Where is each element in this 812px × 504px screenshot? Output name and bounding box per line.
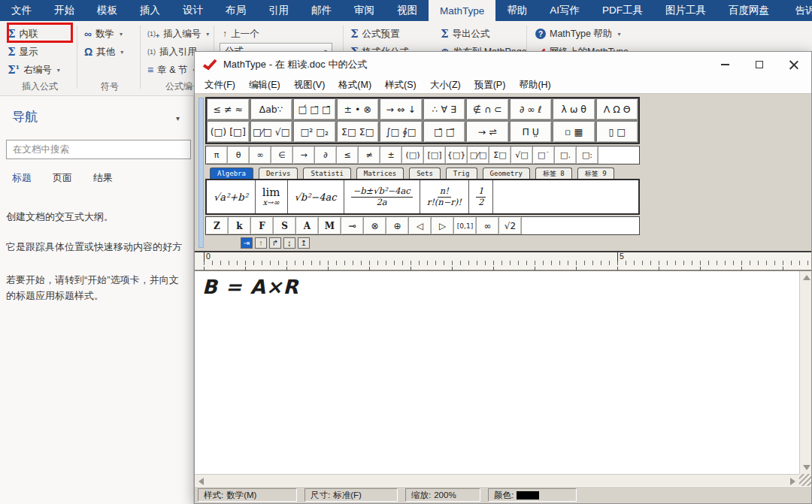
toolbar-tab[interactable]: Geometry xyxy=(483,167,530,179)
resize-grip[interactable] xyxy=(799,474,811,486)
template-binomial[interactable]: n!r!(n−r)! xyxy=(420,180,469,213)
other-symbols-button[interactable]: Ω 其他 ▾ xyxy=(81,43,138,61)
palette-button[interactable]: ∂ ∞ ℓ xyxy=(510,98,553,120)
ribbon-tab[interactable]: PDF工具 xyxy=(591,0,654,21)
toolbar-tab[interactable]: Sets xyxy=(409,167,441,179)
navigation-tab[interactable]: 页面 xyxy=(53,171,72,185)
letter-symbol-button[interactable]: ⊕ xyxy=(386,217,409,234)
palette-button[interactable]: → ⇔ ↓ xyxy=(380,98,423,120)
toolbar-tab[interactable]: Algebra xyxy=(210,167,253,179)
template-palette-button[interactable]: Π̈ Ṳ xyxy=(510,121,553,143)
navigation-tab[interactable]: 标题 xyxy=(12,171,32,185)
small-symbol-button[interactable]: [□] xyxy=(424,146,446,164)
small-symbol-button[interactable]: {□} xyxy=(446,146,468,164)
document-search-input[interactable] xyxy=(6,140,191,159)
letter-symbol-button[interactable]: ◁ xyxy=(409,217,432,234)
insert-number-button[interactable]: (1)+ 插入编号 ▾ xyxy=(144,25,223,43)
ribbon-tab[interactable]: 百度网盘 xyxy=(717,0,780,21)
template-palette-button[interactable]: (□) [□] xyxy=(207,121,250,143)
ribbon-tab[interactable]: MathType xyxy=(429,0,495,21)
small-symbol-button[interactable]: √□ xyxy=(511,146,533,164)
ribbon-tab[interactable]: 开始 xyxy=(43,0,86,21)
ribbon-tab[interactable]: 视图 xyxy=(386,0,429,21)
letter-symbol-button[interactable]: ⊗ xyxy=(364,217,386,234)
palette-button[interactable]: ∉ ∩ ⊂ xyxy=(466,98,509,120)
template-palette-button[interactable]: Σ□ Σ□ xyxy=(337,121,380,143)
toolbar-tab[interactable]: Derivs xyxy=(259,167,298,179)
letter-symbol-button[interactable]: ▷ xyxy=(432,217,454,234)
tab-stop-button[interactable]: ↨ xyxy=(283,237,295,249)
tab-stop-button[interactable]: ↱ xyxy=(269,237,281,249)
letter-symbol-button[interactable]: Z xyxy=(206,217,229,234)
small-symbol-button[interactable]: → xyxy=(293,146,315,164)
letter-symbol-button[interactable]: [0,1] xyxy=(454,217,477,234)
small-symbol-button[interactable]: □: xyxy=(577,146,598,164)
small-symbol-button[interactable]: ∞ xyxy=(250,146,271,164)
template-palette-button[interactable]: □̄ □⃗ xyxy=(423,121,466,143)
letter-symbol-button[interactable]: A xyxy=(296,217,319,234)
ruler[interactable]: 0 5 xyxy=(195,251,811,270)
palette-button[interactable]: ± • ⊗ xyxy=(337,98,380,120)
export-equations-button[interactable]: Σ 导出公式 xyxy=(438,25,535,43)
small-symbol-button[interactable]: θ xyxy=(228,146,250,164)
vertical-scrollbar[interactable] xyxy=(799,271,811,474)
menu-item[interactable]: 大小(Z) xyxy=(423,79,468,92)
equation-editing-area[interactable]: B = A×R xyxy=(195,270,811,486)
scroll-left-icon[interactable] xyxy=(198,478,204,485)
menu-item[interactable]: 预置(P) xyxy=(468,79,513,92)
scroll-down-icon[interactable] xyxy=(803,465,810,470)
small-symbol-button[interactable]: □˙ xyxy=(533,146,555,164)
ribbon-tab[interactable]: AI写作 xyxy=(538,0,591,21)
tab-stop-button[interactable]: ⇥ xyxy=(241,237,253,249)
close-button[interactable] xyxy=(777,52,811,77)
tell-me[interactable]: 告诉我你 xyxy=(780,0,812,21)
letter-symbol-button[interactable]: M xyxy=(319,217,341,234)
small-symbol-button[interactable]: ≠ xyxy=(359,146,380,164)
chevron-down-icon[interactable]: ▾ xyxy=(176,114,180,122)
menu-item[interactable]: 编辑(E) xyxy=(242,79,287,92)
previous-equation-button[interactable]: ↑ 上一个 xyxy=(220,25,340,43)
ribbon-tab[interactable]: 邮件 xyxy=(300,0,343,21)
template-palette-button[interactable]: → ⇌ xyxy=(466,121,509,143)
template-sqrt-a2b2[interactable]: √a²+b² xyxy=(207,180,256,213)
palette-button[interactable]: ∴ ∀ ∃ xyxy=(423,98,466,120)
menu-item[interactable]: 样式(S) xyxy=(378,79,423,92)
toolbar-tab[interactable]: Statisti xyxy=(303,167,350,179)
maximize-button[interactable] xyxy=(742,52,777,77)
toolbar-tab[interactable]: Trig xyxy=(446,167,477,179)
small-symbol-button[interactable]: ± xyxy=(380,146,402,164)
letter-symbol-button[interactable]: S xyxy=(274,217,296,234)
ribbon-tab[interactable]: 帮助 xyxy=(495,0,538,21)
letter-symbol-button[interactable]: F xyxy=(251,217,274,234)
ribbon-tab[interactable]: 模板 xyxy=(86,0,129,21)
small-symbol-button[interactable]: Σ□ xyxy=(489,146,511,164)
palette-button[interactable]: ∆ab∵ xyxy=(250,98,293,120)
scroll-up-icon[interactable] xyxy=(803,275,810,280)
small-symbol-button[interactable]: □. xyxy=(555,146,577,164)
menu-item[interactable]: 帮助(H) xyxy=(512,79,557,92)
template-quadratic-formula[interactable]: −b±√b²−4ac2a xyxy=(344,180,420,213)
template-palette-button[interactable]: ▫ ▦ xyxy=(553,121,595,143)
ribbon-tab[interactable]: 文件 xyxy=(0,0,43,21)
toolbar-handle[interactable] xyxy=(198,98,204,248)
palette-button[interactable]: λ ω θ xyxy=(553,98,595,120)
menu-item[interactable]: 视图(V) xyxy=(287,79,332,92)
minimize-button[interactable] xyxy=(707,52,742,77)
template-palette-button[interactable]: □⁄□ √□ xyxy=(250,121,293,143)
tab-stop-button[interactable]: ↑ xyxy=(255,237,267,249)
display-equation-button[interactable]: Σ 显示 xyxy=(5,43,75,61)
template-one-half[interactable]: 12 xyxy=(469,180,493,213)
palette-button[interactable]: ≤ ≠ ≈ xyxy=(207,98,250,120)
letter-symbol-button[interactable]: ∞ xyxy=(477,217,499,234)
toolbar-tab[interactable]: Matrices xyxy=(356,167,404,179)
toolbar-tab[interactable]: 标签 8 xyxy=(535,167,572,179)
palette-button[interactable]: □́ □̈ □̄ xyxy=(293,98,336,120)
right-numbered-equation-button[interactable]: Σ1 右编号 ▾ xyxy=(5,61,75,79)
tab-stop-button[interactable]: ↥ xyxy=(298,237,310,249)
ribbon-tab[interactable]: 插入 xyxy=(129,0,171,21)
ribbon-tab[interactable]: 设计 xyxy=(171,0,214,21)
mathtype-titlebar[interactable]: MathType - 在 粗读.doc 中的公式 xyxy=(195,52,811,77)
horizontal-scrollbar[interactable] xyxy=(195,474,799,486)
ribbon-tab[interactable]: 审阅 xyxy=(343,0,386,21)
ribbon-tab[interactable]: 引用 xyxy=(257,0,300,21)
